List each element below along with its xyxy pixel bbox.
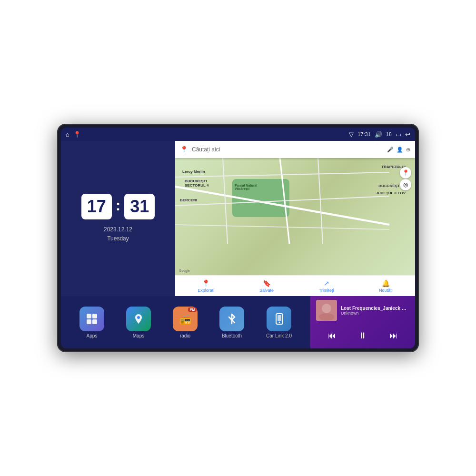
radio-badge: FM <box>188 307 197 312</box>
date-value: 2023.12.12 <box>104 225 132 234</box>
map-attribution: Google <box>179 269 190 272</box>
music-player: Lost Frequencies_Janieck Devy-... Unknow… <box>310 296 415 348</box>
map-bottom-nav: 📍 Explorați 🔖 Salvate ↗ Trimiteți 🔔 <box>175 275 415 296</box>
apps-icon <box>79 307 104 331</box>
map-mic-icon[interactable]: 🎤 <box>387 147 394 153</box>
app-item-carlink[interactable]: Car Link 2.0 <box>266 307 292 338</box>
map-label-bucuresti: BUCUREȘTI <box>378 184 401 188</box>
carlink-phone-icon <box>272 312 286 326</box>
maps-status-icon[interactable]: 📍 <box>73 131 81 138</box>
app-item-radio[interactable]: 📻 FM radio <box>173 307 198 338</box>
day-value: Tuesday <box>104 234 132 243</box>
svg-point-17 <box>319 313 334 321</box>
svg-point-16 <box>322 304 331 313</box>
apps-label: Apps <box>87 333 98 338</box>
map-pin-button[interactable]: 📍 <box>400 167 411 178</box>
clock-hour: 17 <box>87 197 106 217</box>
svg-line-4 <box>318 158 323 244</box>
music-prev-button[interactable]: ⏮ <box>324 329 340 343</box>
back-icon[interactable]: ↩ <box>405 131 410 138</box>
map-saved-icon: 🔖 <box>263 279 271 287</box>
radio-icon: 📻 FM <box>173 307 198 331</box>
map-search-placeholder[interactable]: Căutați aici <box>192 146 383 153</box>
app-item-maps[interactable]: Maps <box>126 307 151 338</box>
map-nav-explore[interactable]: 📍 Explorați <box>198 279 214 293</box>
map-panel[interactable]: TRAPEZULUI BUCUREȘTI JUDEȚUL ILFOV BERCE… <box>175 141 415 296</box>
map-layers-icon[interactable]: ⊕ <box>406 147 410 153</box>
screen: ⌂ 📍 ▽ 17:31 🔊 18 ▭ ↩ 17 <box>61 128 415 348</box>
clock-hour-block: 17 <box>81 194 112 219</box>
map-search-bar[interactable]: 📍 Căutați aici 🎤 👤 ⊕ <box>175 141 415 158</box>
svg-rect-9 <box>87 319 91 324</box>
map-background: TRAPEZULUI BUCUREȘTI JUDEȚUL ILFOV BERCE… <box>175 141 415 296</box>
carlink-icon <box>267 307 291 331</box>
bluetooth-icon <box>219 307 244 331</box>
svg-rect-10 <box>92 319 97 324</box>
map-location-button[interactable]: ◎ <box>400 179 411 190</box>
clock-minute: 31 <box>130 197 149 217</box>
volume-level: 18 <box>386 131 392 137</box>
maps-icon <box>126 307 151 331</box>
map-nav-saved[interactable]: 🔖 Salvate <box>259 279 274 293</box>
svg-point-14 <box>279 321 280 323</box>
main-area: 17 : 31 2023.12.12 Tuesday <box>61 141 415 348</box>
apps-section: Apps Maps 📻 <box>61 296 310 348</box>
apps-grid-icon <box>85 312 99 326</box>
status-time: 17:31 <box>357 131 371 137</box>
map-label-leroy: Leroy Merlin <box>182 169 205 174</box>
svg-rect-13 <box>278 315 281 321</box>
svg-point-11 <box>137 316 140 319</box>
svg-line-6 <box>175 225 389 229</box>
status-left: ⌂ 📍 <box>66 131 81 138</box>
map-account-icon[interactable]: 👤 <box>397 147 403 153</box>
bluetooth-symbol-icon <box>225 312 238 326</box>
clock-colon: : <box>116 197 121 214</box>
bottom-row: Apps Maps 📻 <box>61 296 415 348</box>
volume-icon: 🔊 <box>375 131 382 138</box>
map-roads-svg <box>175 158 415 275</box>
maps-label: Maps <box>133 333 144 338</box>
map-news-icon: 🔔 <box>382 279 390 287</box>
map-send-icon: ↗ <box>324 279 329 287</box>
music-playpause-button[interactable]: ⏸ <box>355 329 371 343</box>
app-item-apps[interactable]: Apps <box>79 307 104 338</box>
clock-display: 17 : 31 <box>81 194 155 219</box>
svg-line-0 <box>175 187 389 225</box>
bluetooth-label: Bluetooth <box>222 333 242 338</box>
map-pin-search-icon: 📍 <box>180 146 188 153</box>
music-thumbnail <box>316 300 337 321</box>
clock-panel: 17 : 31 2023.12.12 Tuesday <box>61 141 175 296</box>
map-nav-send-label: Trimiteți <box>319 288 334 293</box>
music-info: Lost Frequencies_Janieck Devy-... Unknow… <box>316 300 409 321</box>
map-label-berceni: BERCENI <box>180 198 197 202</box>
app-item-bluetooth[interactable]: Bluetooth <box>219 307 244 338</box>
map-search-actions: 🎤 👤 ⊕ <box>387 147 410 153</box>
svg-rect-8 <box>92 314 97 318</box>
battery-icon: ▭ <box>396 131 401 138</box>
music-controls: ⏮ ⏸ ⏭ <box>316 327 409 345</box>
map-nav-saved-label: Salvate <box>259 288 274 293</box>
status-right: ▽ 17:31 🔊 18 ▭ ↩ <box>349 131 410 138</box>
svg-line-3 <box>223 158 228 244</box>
map-explore-icon: 📍 <box>202 279 210 287</box>
map-nav-send[interactable]: ↗ Trimiteți <box>319 279 334 293</box>
music-title: Lost Frequencies_Janieck Devy-... <box>341 306 409 311</box>
map-nav-news[interactable]: 🔔 Noutăți <box>379 279 393 293</box>
map-label-park: Parcul NaturalVăcărești <box>235 184 257 190</box>
maps-pin-icon <box>132 312 145 326</box>
signal-icon: ▽ <box>349 131 354 138</box>
music-details: Lost Frequencies_Janieck Devy-... Unknow… <box>341 306 409 316</box>
device: ⌂ 📍 ▽ 17:31 🔊 18 ▭ ↩ 17 <box>57 124 419 352</box>
clock-minute-block: 31 <box>124 194 155 219</box>
carlink-label: Car Link 2.0 <box>266 333 292 338</box>
music-artist: Unknown <box>341 311 409 316</box>
home-icon[interactable]: ⌂ <box>66 131 69 138</box>
status-bar: ⌂ 📍 ▽ 17:31 🔊 18 ▭ ↩ <box>61 128 415 141</box>
map-nav-news-label: Noutăți <box>379 288 393 293</box>
map-label-ilfov: JUDEȚUL ILFOV <box>376 191 406 195</box>
music-next-button[interactable]: ⏭ <box>386 329 402 343</box>
radio-label: radio <box>180 333 190 338</box>
svg-rect-7 <box>87 314 91 318</box>
map-nav-explore-label: Explorați <box>198 288 214 293</box>
date-display: 2023.12.12 Tuesday <box>104 225 132 243</box>
